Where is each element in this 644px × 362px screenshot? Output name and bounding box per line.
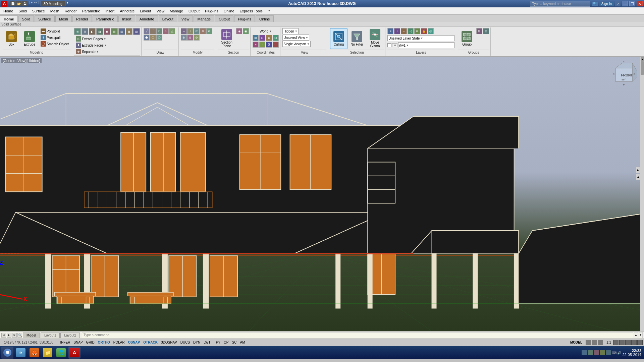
snap-btn[interactable]: SNAP <box>72 341 84 344</box>
am-btn[interactable]: AM <box>238 341 246 344</box>
menu-express[interactable]: Express Tools <box>237 7 265 14</box>
menu-annotate[interactable]: Annotate <box>117 7 137 14</box>
edge-tool-2[interactable]: ◀ <box>636 174 640 180</box>
layer-visible-btn[interactable]: ☀ <box>392 43 397 47</box>
grid-btn[interactable]: GRID <box>85 341 96 344</box>
tray-icon-2[interactable] <box>588 350 593 355</box>
tab-surface[interactable]: Surface <box>35 15 55 22</box>
menu-render[interactable]: Render <box>62 7 79 14</box>
keyboard-icon[interactable]: ⌨ <box>612 351 616 355</box>
vertical-scrollbar[interactable]: ▲ <box>640 57 644 331</box>
tab-render[interactable]: Render <box>72 15 92 22</box>
menu-surface[interactable]: Surface <box>30 7 48 14</box>
layer-lock-btn[interactable]: 🔒 <box>421 28 427 34</box>
presspull-btn[interactable]: ⬆ Presspull <box>39 35 70 41</box>
layout1-tab[interactable]: Layout1 <box>41 333 60 338</box>
cmd-down-btn[interactable]: ▼ <box>639 332 643 338</box>
viewcube[interactable]: FRONT 86° ▲ ▼ ◄ ► <box>610 60 637 86</box>
tab-parametric[interactable]: Parametric <box>93 15 118 22</box>
tray-icon-1[interactable] <box>582 350 587 355</box>
tab-solid[interactable]: Solid <box>18 15 34 22</box>
osnap-btn[interactable]: OSNAP <box>127 341 142 344</box>
modify-tool-4[interactable]: ⊕ <box>200 28 206 34</box>
group-btn[interactable]: Group <box>458 28 476 49</box>
mesh-tool-4[interactable]: ◨ <box>96 28 103 35</box>
taskbar-chrome[interactable]: 🌐 <box>55 347 67 359</box>
move-gizmo-btn[interactable]: Move Gizmo <box>366 28 384 49</box>
scroll-up-btn[interactable]: ▲ <box>641 57 644 61</box>
box-btn[interactable]: Box <box>3 28 20 49</box>
menu-output[interactable]: Output <box>186 7 202 14</box>
status-icon-5[interactable] <box>619 340 625 345</box>
menu-plugins[interactable]: Plug-ins <box>202 7 221 14</box>
tab-layout[interactable]: Layout <box>159 15 177 22</box>
mesh-tool-5[interactable]: ▣ <box>104 28 110 35</box>
ucs-tool-1[interactable]: ⊞ <box>253 35 259 41</box>
polysolid-btn[interactable]: ▬ Polysolid <box>39 28 70 34</box>
minimize-btn[interactable]: — <box>622 1 628 6</box>
menu-layout[interactable]: Layout <box>137 7 154 14</box>
tab-close-icon[interactable]: ✕ <box>12 333 17 338</box>
qp-btn[interactable]: QP <box>222 341 230 344</box>
ucs-tool-8[interactable]: ⌙ <box>273 42 279 48</box>
mesh-tool-6[interactable]: ▤ <box>111 28 118 35</box>
otrack-btn[interactable]: OTRACK <box>142 341 159 344</box>
help-btn[interactable]: ? <box>615 1 621 6</box>
draw-tool-1[interactable]: ╱ <box>144 28 150 34</box>
tab-home[interactable]: Home <box>0 15 18 22</box>
tab-mesh[interactable]: Mesh <box>55 15 72 22</box>
draw-tool-2[interactable]: ⌒ <box>150 28 156 34</box>
tab-view[interactable]: View <box>178 15 193 22</box>
draw-tool-7[interactable]: ⬠ <box>150 35 156 41</box>
search-box[interactable]: Type a keyword or phrase <box>530 1 590 7</box>
tpy-btn[interactable]: TPY <box>213 341 222 344</box>
no-filter-btn[interactable]: No Filter <box>348 28 366 49</box>
taskbar-autocad[interactable]: A <box>68 347 80 359</box>
tray-icon-5[interactable] <box>606 350 611 355</box>
menu-manage[interactable]: Manage <box>167 7 186 14</box>
modify-tool-2[interactable]: ↕ <box>187 28 193 34</box>
tray-icon-3[interactable] <box>594 350 599 355</box>
tab-insert[interactable]: Insert <box>118 15 135 22</box>
modify-tool-1[interactable]: ↔ <box>181 28 187 34</box>
culling-btn[interactable]: Culling <box>330 28 347 49</box>
section-tool-1[interactable]: ◈ <box>236 28 242 34</box>
command-input[interactable] <box>84 333 632 337</box>
status-icon-1[interactable] <box>586 340 591 345</box>
tab-online[interactable]: Online <box>256 15 274 22</box>
start-btn[interactable]: ⊞ <box>1 347 13 359</box>
mesh-tool-7[interactable]: ▥ <box>118 28 125 35</box>
scroll-thumb[interactable] <box>641 61 644 75</box>
ducs-btn[interactable]: DUCS <box>179 341 191 344</box>
section-tool-2[interactable]: ◉ <box>243 28 249 34</box>
polar-btn[interactable]: POLAR <box>112 341 126 344</box>
draw-tool-6[interactable]: ⬟ <box>144 35 150 41</box>
viewport-select[interactable]: Single viewport ▼ <box>282 41 311 47</box>
visual-style-select[interactable]: Hidden ▼ <box>282 28 299 34</box>
dyn-btn[interactable]: DYN <box>192 341 202 344</box>
save-btn[interactable]: 💾 <box>22 1 28 6</box>
layer-new-btn[interactable]: + <box>394 28 400 34</box>
menu-view[interactable]: View <box>154 7 167 14</box>
redo-btn[interactable]: ↪ <box>34 1 37 6</box>
tab-search-icon[interactable]: 🔍 <box>17 333 22 338</box>
extrude-btn[interactable]: Extrude <box>21 28 38 49</box>
modify-tool-6[interactable]: ⊗ <box>181 35 187 41</box>
mesh-tool-3[interactable]: ◧ <box>89 28 96 35</box>
layer-del-btn[interactable]: − <box>401 28 407 34</box>
menu-parametric[interactable]: Parametric <box>79 7 103 14</box>
tab-scroll-left[interactable]: ◄ <box>1 333 6 338</box>
modify-tool-3[interactable]: ↺ <box>194 28 200 34</box>
world-btn[interactable]: World ▼ <box>253 28 279 34</box>
layout2-tab[interactable]: Layout2 <box>60 333 80 338</box>
mesh-tool-1[interactable]: ⊞ <box>74 28 81 35</box>
tab-annotate[interactable]: Annotate <box>136 15 158 22</box>
separate-btn[interactable]: ⊗ Separate ▼ <box>74 49 101 55</box>
status-icon-6[interactable] <box>625 340 631 345</box>
current-layer-select[interactable]: rfw1 ▼ <box>398 42 454 48</box>
ucs-tool-7[interactable]: ⌘ <box>266 42 272 48</box>
tab-output[interactable]: Output <box>215 15 233 22</box>
layer-isolate-btn[interactable]: ◎ <box>428 28 434 34</box>
draw-tool-3[interactable]: □ <box>156 28 162 34</box>
ucs-tool-5[interactable]: ⌖ <box>253 42 259 48</box>
